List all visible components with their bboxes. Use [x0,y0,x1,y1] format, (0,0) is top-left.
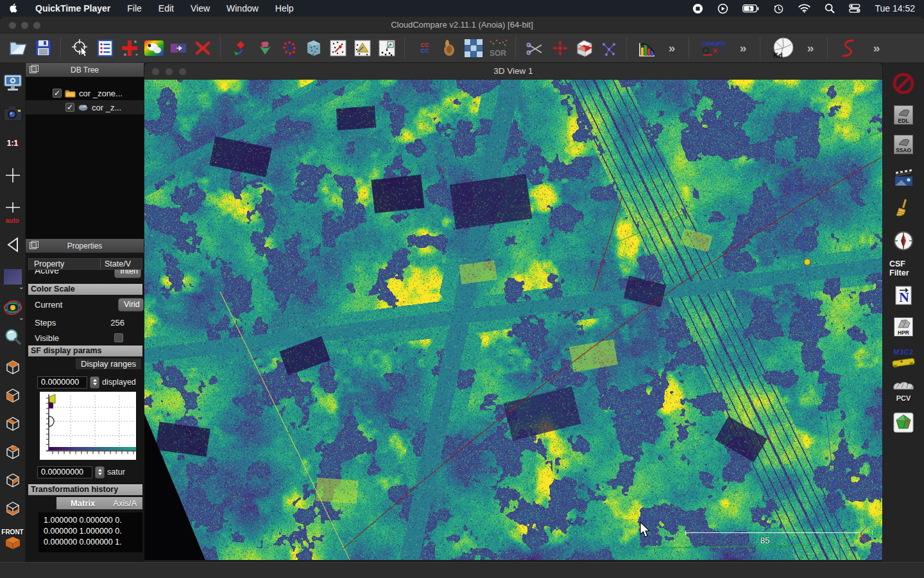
subsample-cloud-button[interactable] [461,37,486,60]
register-clouds-button[interactable] [228,37,253,60]
cc-comparison-button[interactable]: CCCC [413,37,437,60]
rotation-orbit-button[interactable]: ⌄ [2,297,24,319]
menu-help[interactable]: Help [275,3,294,13]
active-dropdown[interactable]: Inten [114,270,141,278]
animation-plugin-button[interactable] [889,168,918,188]
wifi-icon[interactable] [798,4,810,13]
no-filter-button[interactable] [889,72,918,95]
tree-item-folder[interactable]: ✓ cor _zone... [26,86,144,100]
spotlight-search-icon[interactable] [825,3,835,13]
facets-plugin-button[interactable] [889,412,918,433]
point-cloud-viewport[interactable] [144,80,882,560]
canupo-overflow-chevron[interactable]: » [730,37,755,60]
compass-plugin-button[interactable] [889,230,918,252]
apple-menu-icon[interactable] [9,3,19,14]
time-machine-icon[interactable] [773,3,784,14]
displayed-min-field[interactable]: 0.0000000 [37,376,87,389]
tree-checkbox[interactable]: ✓ [53,89,62,98]
undock-panel-icon[interactable] [30,66,37,73]
toolbar-separator [760,37,766,59]
pcv-plugin-button[interactable]: PCV [889,380,918,403]
segment-scissors-button[interactable] [524,37,548,60]
view-front-button[interactable] [2,384,24,406]
canupo-plugin-button[interactable]: CANUPO [697,37,730,60]
menu-window[interactable]: Window [227,3,259,13]
undock-panel-icon[interactable] [30,242,37,249]
open-file-button[interactable] [6,37,31,60]
view-right-button[interactable] [2,469,24,491]
battery-icon[interactable] [742,4,759,13]
cloud-cloud-distance-button[interactable] [277,37,302,60]
add-point-button[interactable] [117,37,142,60]
tree-checkbox[interactable]: ✓ [65,103,74,112]
visible-checkbox[interactable] [114,333,123,342]
sor-filter-button[interactable]: SOR [486,37,510,60]
menu-app-name[interactable]: QuickTime Player [35,3,110,13]
save-file-button[interactable] [31,37,55,60]
main-toolbar: CCCC SOR » CANUPO » Kd [0,33,924,63]
m3c2-plugin-button[interactable]: M3C2 [889,348,918,371]
steps-value[interactable]: 256 [110,318,124,328]
menu-clock[interactable]: Tue 14:52 [875,3,915,13]
pick-center-crosshair-button[interactable] [2,164,24,186]
displayed-stepper[interactable] [90,376,99,389]
cross-section-button[interactable] [572,37,597,60]
zoom-magnifier-button[interactable] [2,326,24,348]
pick-rotation-center-button[interactable] [69,37,93,60]
background-gradient-button[interactable]: ⌄ [2,266,24,288]
sf-histogram[interactable] [40,392,136,460]
tab-matrix[interactable]: Matrix [71,498,95,508]
fine-registration-icp-button[interactable] [253,37,277,60]
menu-view[interactable]: View [191,3,210,13]
sra-plugin-button[interactable] [835,37,860,60]
clone-entity-button[interactable] [166,37,191,60]
graph-edit-button[interactable] [597,37,621,60]
view-left-button[interactable] [2,412,24,434]
delete-entity-button[interactable] [191,37,215,60]
point-list-picking-button[interactable] [375,37,399,60]
local-statistical-test-button[interactable] [326,37,350,60]
toolbar-separator [220,37,227,59]
app-title: CloudCompare v2.11.1 (Anoia) [64-bit] [0,20,924,30]
cloud-primitive-distance-button[interactable] [350,37,375,60]
ssao-shader-button[interactable]: SSAO [889,135,918,154]
display-settings-button[interactable] [2,72,24,94]
current-row: Current Virid [28,298,142,311]
3d-view-title-bar[interactable]: 3D View 1 [144,63,882,80]
sample-mesh-button[interactable] [437,37,461,60]
kd-tree-plugin-button[interactable]: Kd [768,37,798,60]
saturation-stepper[interactable] [95,466,105,478]
screen-record-stop-icon[interactable] [692,3,703,14]
tree-item-cloud[interactable]: ✓ cor _z... [26,100,144,114]
normals-plugin-button[interactable]: N [889,285,918,306]
mouse-cursor [639,521,652,538]
toolbar-overflow-chevron[interactable]: » [659,37,683,60]
auto-pick-center-button[interactable]: auto [2,198,24,220]
menu-edit[interactable]: Edit [158,3,174,13]
control-center-icon[interactable] [849,4,860,13]
plugins-overflow-chevron[interactable]: » [864,37,888,60]
zoom-1-1-button[interactable]: 1:1 [2,132,24,154]
clean-broom-button[interactable] [889,198,918,220]
saturation-field[interactable]: 0.00000000 [37,466,92,478]
csf-filter-label[interactable]: CSF Filter [889,259,918,277]
col-property: Property [29,259,101,268]
set-colors-button[interactable] [142,37,166,60]
previous-view-button[interactable] [2,234,24,256]
view-back-button[interactable] [2,441,24,462]
edl-shader-button[interactable]: EDL [889,105,918,125]
histogram-button[interactable] [635,37,659,60]
view-front-iso-button[interactable]: FRONT [2,528,24,550]
toggle-properties-button[interactable] [93,37,117,60]
hpr-plugin-button[interactable]: HPR [889,317,918,337]
view-bottom-button[interactable] [2,497,24,519]
menu-file[interactable]: File [127,3,142,13]
kdtree-overflow-chevron[interactable]: » [798,37,822,60]
tab-axis-angle[interactable]: Axis/A [113,498,137,508]
play-status-icon[interactable] [717,3,728,14]
pick-point-button[interactable] [548,37,572,60]
color-scale-dropdown[interactable]: Virid [118,298,144,311]
view-top-button[interactable] [2,356,24,378]
screenshot-camera-button[interactable] [2,103,24,125]
cloud-mesh-distance-button[interactable] [302,37,326,60]
